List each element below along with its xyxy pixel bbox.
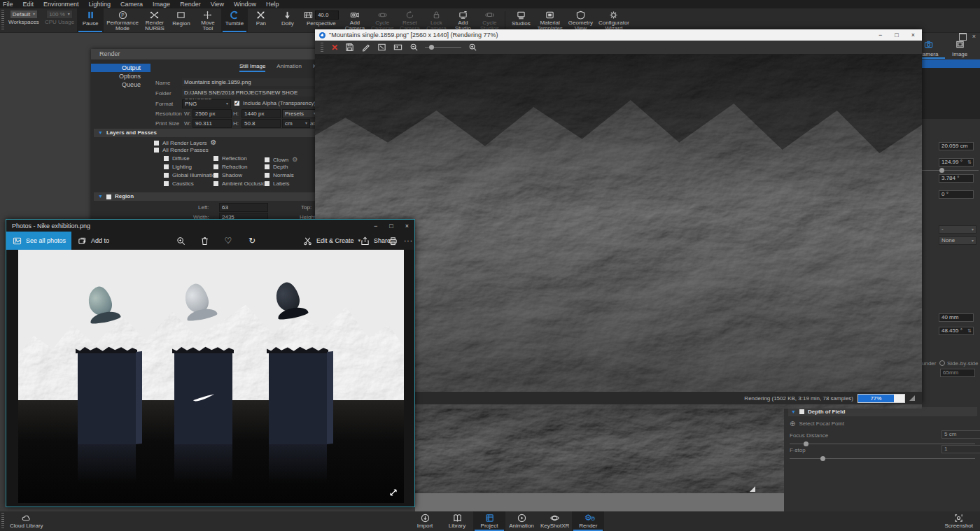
menu-environment[interactable]: Environment: [43, 1, 79, 8]
name-field[interactable]: Mountains single.1859.png: [182, 78, 323, 86]
menu-file[interactable]: File: [3, 1, 13, 8]
nav-queue[interactable]: Queue: [91, 80, 150, 89]
depth-of-field-checkbox[interactable]: [799, 409, 804, 414]
menu-edit[interactable]: Edit: [23, 1, 34, 8]
minimize-icon[interactable]: −: [374, 222, 377, 229]
print-width-field[interactable]: 90.311: [192, 119, 232, 128]
dock-render-button[interactable]: ⚙⚙ Render: [572, 511, 604, 531]
realtime-viewport[interactable]: [415, 404, 784, 493]
resolution-height-field[interactable]: 1440 px: [241, 109, 281, 118]
pass-gi-checkbox[interactable]: Global Illumination: [164, 172, 218, 178]
lens-type-dropdown[interactable]: -▾: [939, 225, 976, 234]
azimuth-slider-track[interactable]: [917, 170, 979, 171]
perspective-value[interactable]: 40.0: [315, 10, 339, 20]
toolbar-drag-handle[interactable]: [321, 43, 323, 52]
cycle-studios-button[interactable]: Cycle Studios: [476, 8, 503, 32]
pass-normals-checkbox[interactable]: Normals: [265, 172, 294, 178]
folder-field[interactable]: D:/JANIS SNE/2018 PROJECTS/NEW SHOE CONC…: [182, 89, 323, 97]
focal-length-field[interactable]: 40 mm: [939, 313, 974, 322]
pause-button[interactable]: Pause: [77, 8, 104, 32]
pan-button[interactable]: Pan: [248, 8, 274, 32]
unit-dropdown[interactable]: cm▾: [282, 119, 310, 128]
viewport-resize-grip[interactable]: [750, 486, 755, 492]
edit-icon[interactable]: [360, 43, 370, 52]
move-tool-button[interactable]: Move Tool: [195, 8, 221, 32]
azimuth-slider-handle[interactable]: [939, 168, 944, 173]
field-of-view-field[interactable]: 48.455 °⇅: [939, 327, 974, 335]
resolution-width-field[interactable]: 2560 px: [192, 109, 232, 118]
fstop-slider-handle[interactable]: [820, 456, 825, 461]
add-camera-button[interactable]: Add Camera: [342, 8, 368, 32]
pass-diffuse-checkbox[interactable]: Diffuse: [164, 155, 190, 162]
material-templates-button[interactable]: Material Templates: [534, 8, 565, 32]
eye-distance-field[interactable]: 65mm: [940, 369, 975, 377]
menu-image[interactable]: Image: [153, 1, 170, 8]
tab-animation[interactable]: Animation: [276, 63, 302, 72]
reset-camera-button[interactable]: Reset Camera: [396, 8, 423, 32]
delete-icon[interactable]: [200, 236, 209, 246]
close-icon[interactable]: ×: [911, 31, 915, 38]
favorite-icon[interactable]: ♡: [223, 236, 233, 246]
layers-passes-header[interactable]: ▼ Layers and Passes: [94, 129, 321, 137]
zoom-out-icon[interactable]: [409, 43, 419, 52]
tab-still-image[interactable]: Still Image: [239, 63, 265, 72]
fit-view-icon[interactable]: [377, 43, 386, 52]
dock-drag-handle[interactable]: [1, 513, 4, 530]
focus-distance-slider-track[interactable]: [790, 444, 975, 444]
print-icon[interactable]: [388, 236, 398, 246]
menu-view[interactable]: View: [211, 1, 224, 8]
render-dialog-titlebar[interactable]: Render: [91, 49, 323, 59]
region-button[interactable]: Region: [168, 8, 195, 32]
rotate-icon[interactable]: ↻: [247, 236, 257, 246]
studios-button[interactable]: Studios: [507, 8, 534, 32]
menu-lighting[interactable]: Lighting: [89, 1, 111, 8]
cloud-library-button[interactable]: Cloud Library: [7, 511, 46, 531]
pass-lighting-checkbox[interactable]: Lighting: [164, 164, 192, 170]
add-studio-button[interactable]: Add Studio: [449, 8, 476, 32]
nav-output[interactable]: Output: [91, 64, 150, 72]
zoom-slider[interactable]: [425, 43, 461, 52]
tumble-button[interactable]: Tumble: [221, 8, 248, 32]
actual-size-icon[interactable]: [393, 43, 402, 52]
pass-caustics-checkbox[interactable]: Caustics: [164, 180, 194, 187]
menu-window[interactable]: Window: [234, 1, 256, 8]
dock-animation-button[interactable]: Animation: [505, 511, 538, 531]
maximize-icon[interactable]: □: [895, 31, 898, 38]
side-by-side-radio[interactable]: [939, 360, 945, 366]
cycle-cameras-button[interactable]: Cycle Cameras: [368, 8, 396, 32]
pass-refraction-checkbox[interactable]: Refraction: [214, 164, 247, 170]
lock-camera-button[interactable]: Lock Camera: [423, 8, 449, 32]
dock-library-button[interactable]: Library: [441, 511, 473, 531]
maximize-icon[interactable]: □: [389, 222, 393, 229]
gear-icon[interactable]: ⚙: [292, 155, 298, 164]
cpu-usage-dropdown[interactable]: 100 %▾: [46, 10, 73, 19]
window-resize-grip[interactable]: [909, 395, 915, 401]
menu-camera[interactable]: Camera: [120, 1, 143, 8]
section-collapse-icon[interactable]: ▼: [791, 409, 796, 414]
print-height-field[interactable]: 50.8: [241, 119, 281, 128]
menu-render[interactable]: Render: [180, 1, 201, 8]
photos-titlebar[interactable]: Photos - Nike exhibition.png − □ ×: [6, 220, 414, 232]
region-header[interactable]: ▼ Region: [94, 192, 321, 201]
workspaces-dropdown[interactable]: Default▾: [10, 10, 38, 19]
dolly-button[interactable]: Dolly: [274, 8, 301, 32]
fstop-slider-track[interactable]: [790, 458, 975, 459]
menu-help[interactable]: Help: [266, 1, 279, 8]
section-collapse-icon[interactable]: ▼: [98, 192, 103, 201]
pass-shadow-checkbox[interactable]: Shadow: [214, 172, 242, 178]
region-left-field[interactable]: 63: [219, 203, 268, 212]
dock-import-button[interactable]: Import: [409, 511, 441, 531]
section-collapse-icon[interactable]: ▼: [98, 129, 103, 137]
pass-labels-checkbox[interactable]: Labels: [265, 180, 290, 187]
gear-icon[interactable]: ⚙: [211, 139, 217, 147]
nav-options[interactable]: Options: [91, 72, 150, 80]
configurator-wizard-button[interactable]: Configurator Wizard: [596, 8, 632, 32]
pass-depth-checkbox[interactable]: Depth: [265, 164, 288, 170]
panel-close-icon[interactable]: ×: [972, 33, 976, 41]
presets-dropdown[interactable]: Presets▾: [282, 109, 318, 118]
all-render-layers-checkbox[interactable]: All Render Layers⚙: [154, 139, 217, 147]
inclination-field[interactable]: 3.784 °: [939, 174, 974, 183]
performance-mode-button[interactable]: P Performance Mode: [104, 8, 141, 32]
pass-clown-checkbox[interactable]: Clown⚙: [265, 155, 298, 164]
pass-ao-checkbox[interactable]: Ambient Occlusion: [214, 180, 269, 187]
